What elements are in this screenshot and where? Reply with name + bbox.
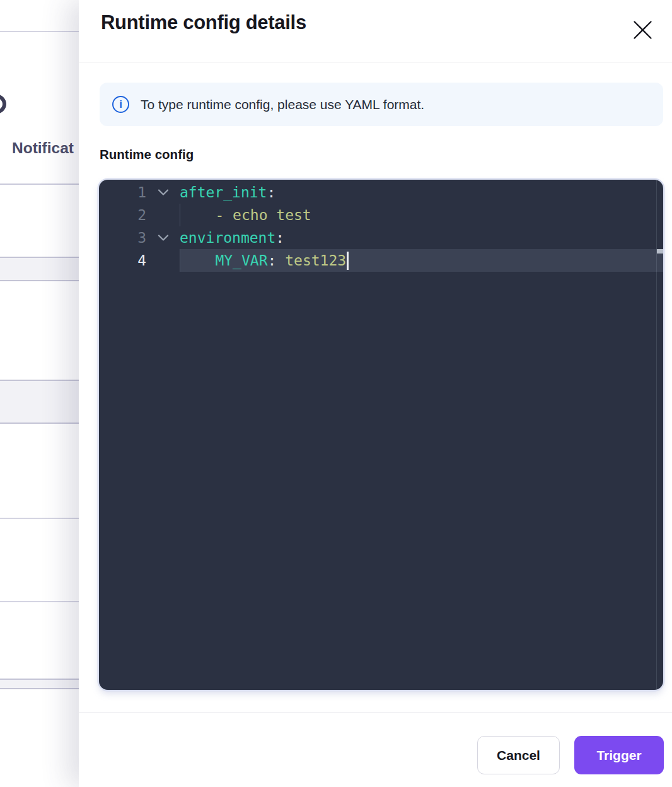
runtime-config-drawer: Runtime config details i To type runtime…: [79, 0, 672, 787]
code-line-4-active: 4 MY_VAR: test123: [99, 249, 663, 272]
close-icon: [634, 21, 652, 39]
table-row-band: [0, 679, 79, 689]
yaml-key: after_init: [180, 184, 267, 201]
code-line-2: 2 - echo test: [99, 204, 663, 226]
fold-chevron-down-icon[interactable]: [146, 189, 180, 196]
drawer-title: Runtime config details: [101, 11, 306, 34]
text-cursor: [347, 252, 349, 270]
cancel-button[interactable]: Cancel: [477, 736, 560, 774]
yaml-value: test123: [276, 252, 346, 269]
yaml-value: - echo test: [215, 207, 311, 223]
line-number: 3: [99, 230, 146, 246]
drawer-header: Runtime config details: [79, 0, 672, 62]
yaml-key: MY_VAR: [215, 252, 267, 269]
yaml-key: environment: [180, 230, 275, 246]
line-number: 2: [99, 207, 146, 223]
code-lines: 1 after_init: 2 - echo test 3: [99, 181, 663, 272]
table-row-band: [0, 257, 79, 281]
fold-chevron-down-icon[interactable]: [146, 234, 180, 242]
runtime-config-label: Runtime config: [100, 147, 194, 162]
code-line-1: 1 after_init:: [99, 181, 663, 204]
divider: [0, 601, 79, 602]
info-icon: i: [112, 96, 129, 113]
yaml-code-editor[interactable]: 1 after_init: 2 - echo test 3: [99, 180, 663, 690]
info-banner-text: To type runtime config, please use YAML …: [141, 97, 424, 112]
background-page: Notificat: [0, 0, 79, 787]
close-button[interactable]: [632, 20, 652, 40]
line-number: 4: [99, 252, 146, 269]
line-number: 1: [99, 184, 146, 201]
divider: [0, 518, 79, 519]
divider: [0, 31, 79, 32]
divider: [0, 184, 79, 185]
tab-notifications[interactable]: Notificat: [12, 139, 74, 157]
partial-heading-letter: [0, 94, 6, 114]
code-line-3: 3 environment:: [99, 226, 663, 249]
info-banner: i To type runtime config, please use YAM…: [100, 83, 663, 126]
trigger-button[interactable]: Trigger: [574, 736, 664, 774]
table-row-band: [0, 380, 79, 424]
drawer-footer: Cancel Trigger: [79, 712, 672, 787]
